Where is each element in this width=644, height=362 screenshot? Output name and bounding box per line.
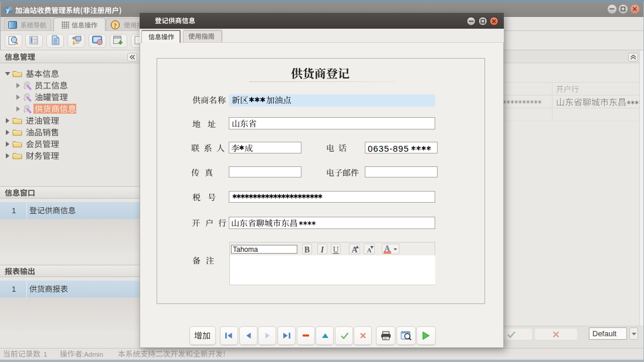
svg-text:y: y [6, 7, 9, 13]
svg-text:?: ? [114, 22, 117, 29]
